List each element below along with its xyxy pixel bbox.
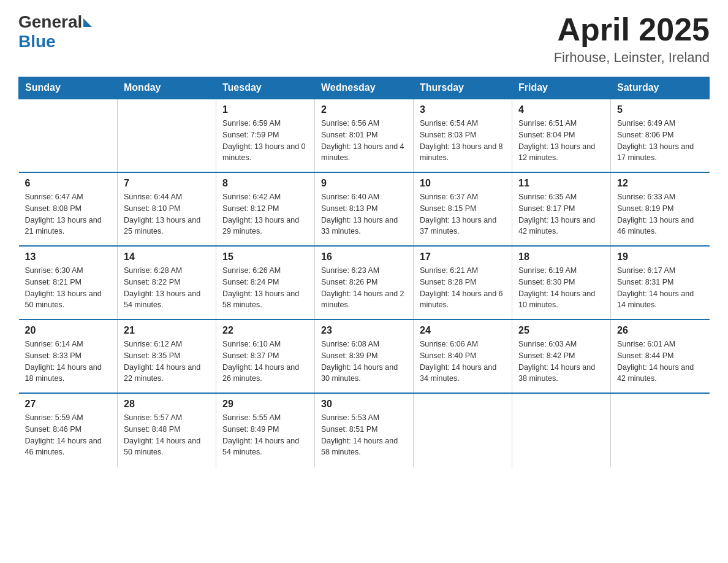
daylight-text: Daylight: 13 hours and 4 minutes. [321, 141, 407, 164]
day-info: Sunrise: 6:49 AMSunset: 8:06 PMDaylight:… [617, 118, 703, 164]
daylight-text: Daylight: 13 hours and 37 minutes. [420, 215, 506, 238]
sunset-text: Sunset: 8:39 PM [321, 350, 407, 362]
day-info: Sunrise: 6:06 AMSunset: 8:40 PMDaylight:… [420, 339, 506, 385]
day-info: Sunrise: 6:12 AMSunset: 8:35 PMDaylight:… [124, 339, 210, 385]
daylight-text: Daylight: 14 hours and 30 minutes. [321, 362, 407, 385]
calendar-cell: 4Sunrise: 6:51 AMSunset: 8:04 PMDaylight… [512, 99, 611, 172]
calendar-cell: 7Sunrise: 6:44 AMSunset: 8:10 PMDaylight… [118, 172, 216, 246]
day-number: 28 [124, 399, 210, 410]
day-number: 13 [25, 251, 112, 262]
sunset-text: Sunset: 8:48 PM [124, 424, 210, 435]
sunset-text: Sunset: 8:30 PM [518, 277, 604, 288]
daylight-text: Daylight: 13 hours and 0 minutes. [222, 141, 308, 164]
sunrise-text: Sunrise: 6:19 AM [518, 265, 604, 277]
day-info: Sunrise: 6:56 AMSunset: 8:01 PMDaylight:… [321, 118, 407, 164]
calendar-cell: 25Sunrise: 6:03 AMSunset: 8:42 PMDayligh… [512, 320, 611, 393]
day-number: 21 [124, 325, 210, 336]
day-number: 11 [518, 178, 604, 189]
calendar-cell [414, 393, 512, 467]
daylight-text: Daylight: 13 hours and 33 minutes. [321, 215, 407, 238]
calendar-header-wednesday: Wednesday [315, 77, 414, 99]
sunrise-text: Sunrise: 6:01 AM [617, 339, 703, 350]
day-info: Sunrise: 6:26 AMSunset: 8:24 PMDaylight:… [222, 265, 308, 311]
sunrise-text: Sunrise: 6:26 AM [222, 265, 308, 277]
calendar-header-monday: Monday [118, 77, 216, 99]
day-info: Sunrise: 6:37 AMSunset: 8:15 PMDaylight:… [420, 191, 506, 237]
sunset-text: Sunset: 8:40 PM [420, 350, 506, 362]
daylight-text: Daylight: 13 hours and 12 minutes. [518, 141, 604, 164]
sunset-text: Sunset: 8:26 PM [321, 277, 407, 288]
sunrise-text: Sunrise: 6:23 AM [321, 265, 407, 277]
sunset-text: Sunset: 8:04 PM [518, 129, 604, 141]
daylight-text: Daylight: 13 hours and 46 minutes. [617, 215, 703, 238]
sunset-text: Sunset: 8:15 PM [420, 203, 506, 215]
daylight-text: Daylight: 14 hours and 26 minutes. [222, 362, 308, 385]
day-number: 16 [321, 251, 407, 262]
logo: General Blue [18, 12, 92, 52]
daylight-text: Daylight: 14 hours and 54 minutes. [222, 435, 308, 459]
daylight-text: Daylight: 14 hours and 6 minutes. [420, 288, 506, 312]
daylight-text: Daylight: 14 hours and 50 minutes. [124, 435, 210, 459]
calendar-cell: 20Sunrise: 6:14 AMSunset: 8:33 PMDayligh… [19, 320, 118, 393]
calendar-header-saturday: Saturday [611, 77, 710, 99]
sunrise-text: Sunrise: 6:12 AM [124, 339, 210, 350]
logo-general-text: General [18, 12, 82, 32]
logo-triangle-icon [83, 18, 92, 27]
calendar-cell: 21Sunrise: 6:12 AMSunset: 8:35 PMDayligh… [118, 320, 216, 393]
sunrise-text: Sunrise: 6:40 AM [321, 191, 407, 203]
sunset-text: Sunset: 8:22 PM [124, 277, 210, 288]
daylight-text: Daylight: 14 hours and 22 minutes. [124, 362, 210, 385]
sunrise-text: Sunrise: 6:42 AM [222, 191, 308, 203]
calendar-cell: 2Sunrise: 6:56 AMSunset: 8:01 PMDaylight… [315, 99, 414, 172]
day-number: 27 [25, 399, 112, 410]
sunset-text: Sunset: 8:08 PM [25, 203, 112, 215]
day-info: Sunrise: 6:30 AMSunset: 8:21 PMDaylight:… [25, 265, 112, 311]
sunrise-text: Sunrise: 6:35 AM [518, 191, 604, 203]
day-info: Sunrise: 6:08 AMSunset: 8:39 PMDaylight:… [321, 339, 407, 385]
header: General Blue April 2025 Firhouse, Leinst… [18, 12, 710, 66]
calendar-week-row: 6Sunrise: 6:47 AMSunset: 8:08 PMDaylight… [19, 172, 710, 246]
calendar-cell: 26Sunrise: 6:01 AMSunset: 8:44 PMDayligh… [611, 320, 710, 393]
calendar-cell: 16Sunrise: 6:23 AMSunset: 8:26 PMDayligh… [315, 246, 414, 320]
sunset-text: Sunset: 8:51 PM [321, 424, 407, 435]
daylight-text: Daylight: 14 hours and 42 minutes. [617, 362, 703, 385]
day-info: Sunrise: 6:33 AMSunset: 8:19 PMDaylight:… [617, 191, 703, 237]
daylight-text: Daylight: 14 hours and 46 minutes. [25, 435, 112, 459]
daylight-text: Daylight: 13 hours and 50 minutes. [25, 288, 112, 312]
sunrise-text: Sunrise: 6:33 AM [617, 191, 703, 203]
sunset-text: Sunset: 8:03 PM [420, 129, 506, 141]
daylight-text: Daylight: 14 hours and 14 minutes. [617, 288, 703, 312]
calendar-cell: 30Sunrise: 5:53 AMSunset: 8:51 PMDayligh… [315, 393, 414, 467]
calendar-cell: 3Sunrise: 6:54 AMSunset: 8:03 PMDaylight… [414, 99, 512, 172]
calendar-cell: 17Sunrise: 6:21 AMSunset: 8:28 PMDayligh… [414, 246, 512, 320]
daylight-text: Daylight: 14 hours and 58 minutes. [321, 435, 407, 459]
daylight-text: Daylight: 13 hours and 25 minutes. [124, 215, 210, 238]
calendar-cell: 23Sunrise: 6:08 AMSunset: 8:39 PMDayligh… [315, 320, 414, 393]
sunrise-text: Sunrise: 6:03 AM [518, 339, 604, 350]
sunrise-text: Sunrise: 5:59 AM [25, 412, 112, 424]
day-info: Sunrise: 6:23 AMSunset: 8:26 PMDaylight:… [321, 265, 407, 311]
calendar-week-row: 13Sunrise: 6:30 AMSunset: 8:21 PMDayligh… [19, 246, 710, 320]
day-number: 22 [222, 325, 308, 336]
daylight-text: Daylight: 14 hours and 38 minutes. [518, 362, 604, 385]
daylight-text: Daylight: 14 hours and 2 minutes. [321, 288, 407, 312]
day-number: 23 [321, 325, 407, 336]
calendar-table: SundayMondayTuesdayWednesdayThursdayFrid… [18, 77, 710, 467]
calendar-cell [611, 393, 710, 467]
day-number: 12 [617, 178, 703, 189]
day-info: Sunrise: 5:55 AMSunset: 8:49 PMDaylight:… [222, 412, 308, 458]
day-info: Sunrise: 5:53 AMSunset: 8:51 PMDaylight:… [321, 412, 407, 458]
sunset-text: Sunset: 8:12 PM [222, 203, 308, 215]
calendar-cell: 18Sunrise: 6:19 AMSunset: 8:30 PMDayligh… [512, 246, 611, 320]
calendar-cell [512, 393, 611, 467]
calendar-cell: 10Sunrise: 6:37 AMSunset: 8:15 PMDayligh… [414, 172, 512, 246]
calendar-cell: 11Sunrise: 6:35 AMSunset: 8:17 PMDayligh… [512, 172, 611, 246]
sunrise-text: Sunrise: 6:51 AM [518, 118, 604, 129]
day-number: 30 [321, 399, 407, 410]
day-info: Sunrise: 6:42 AMSunset: 8:12 PMDaylight:… [222, 191, 308, 237]
sunrise-text: Sunrise: 6:14 AM [25, 339, 112, 350]
day-info: Sunrise: 6:40 AMSunset: 8:13 PMDaylight:… [321, 191, 407, 237]
calendar-header-friday: Friday [512, 77, 611, 99]
calendar-header-tuesday: Tuesday [216, 77, 315, 99]
sunrise-text: Sunrise: 5:55 AM [222, 412, 308, 424]
